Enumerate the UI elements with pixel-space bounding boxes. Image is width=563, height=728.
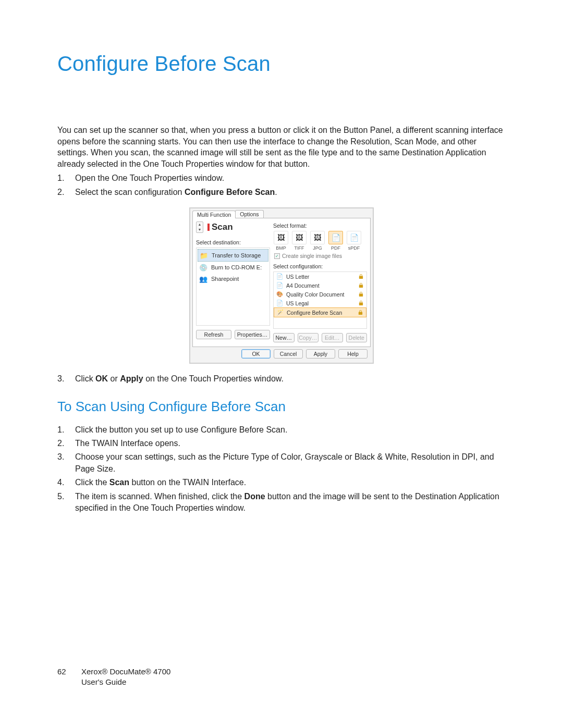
page-title: Configure Before Scan — [57, 52, 506, 76]
step-item: 5. The item is scanned. When finished, c… — [57, 491, 506, 514]
step-item: 1.Click the button you set up to use Con… — [57, 424, 506, 436]
image-icon: 🖼 — [292, 231, 307, 244]
page-icon: 📄 — [276, 273, 283, 280]
people-icon: 👥 — [199, 275, 208, 283]
lock-icon — [358, 282, 364, 289]
cfg-configure-before-scan[interactable]: 🪄Configure Before Scan — [274, 307, 366, 317]
lock-icon — [357, 309, 364, 316]
cfg-label: Configure Before Scan — [287, 310, 342, 316]
page-footer: 62 Xerox® DocuMate® 4700 User's Guide — [57, 667, 170, 688]
dest-burn-to-cd[interactable]: 💿 Burn to CD-ROM E: — [198, 262, 268, 273]
cfg-a4[interactable]: 📄A4 Document — [274, 281, 366, 290]
page-icon: 📄 — [276, 282, 283, 289]
pdf-icon: 📄 — [347, 231, 361, 244]
image-icon: 🖼 — [310, 231, 325, 244]
refresh-button[interactable]: Refresh — [196, 330, 231, 339]
figure-wrapper: Multi Function Options ▲ ▼ Scan — [57, 207, 506, 364]
destination-list[interactable]: 📁 Transfer to Storage 💿 Burn to CD-ROM E… — [196, 248, 270, 326]
dialog-button-row: OK Cancel Apply Help — [190, 349, 373, 363]
wand-icon: 🪄 — [276, 309, 284, 316]
step-text: The TWAIN Interface opens. — [75, 438, 180, 449]
format-bmp[interactable]: 🖼BMP — [273, 231, 289, 251]
cfg-us-legal[interactable]: 📄US Legal — [274, 299, 366, 307]
footer-text: Xerox® DocuMate® 4700 User's Guide — [81, 667, 170, 688]
label-select-configuration: Select configuration: — [273, 263, 367, 269]
chevron-down-icon[interactable]: ▼ — [197, 227, 203, 232]
dialog-pane: ▲ ▼ Scan Select destination: 📁 Transfer … — [192, 218, 371, 347]
folder-icon: 📁 — [199, 251, 209, 260]
lock-icon — [358, 291, 364, 298]
chevron-up-icon[interactable]: ▲ — [197, 222, 203, 227]
right-button-row: New… Copy… Edit… Delete — [273, 333, 367, 342]
image-icon: 🖼 — [274, 231, 288, 244]
configuration-list[interactable]: 📄US Letter 📄A4 Document 🎨Quality Color D… — [273, 272, 367, 329]
step-text: Select the scan configuration Configure … — [75, 187, 277, 198]
page-icon: 📄 — [276, 300, 283, 306]
step-text: Choose your scan settings, such as the P… — [75, 451, 506, 475]
disc-icon: 💿 — [199, 263, 208, 272]
lock-icon — [358, 300, 364, 306]
label-select-format: Select format: — [273, 223, 367, 229]
properties-button[interactable]: Properties… — [235, 330, 270, 339]
format-row: 🖼BMP 🖼TIFF 🖼JPG 📄PDF 📄sPDF — [273, 231, 367, 251]
step-item: 3. Click OK or Apply on the One Touch Pr… — [57, 373, 506, 385]
apply-button[interactable]: Apply — [306, 349, 335, 359]
edit-button[interactable]: Edit… — [322, 333, 343, 342]
left-button-row: Refresh Properties… — [196, 330, 270, 339]
intro-paragraph: You can set up the scanner so that, when… — [57, 125, 506, 169]
lock-icon — [358, 273, 364, 280]
cfg-quality-color[interactable]: 🎨Quality Color Document — [274, 290, 366, 299]
cfg-label: A4 Document — [286, 282, 320, 289]
scan-label: Scan — [207, 222, 233, 232]
format-jpg[interactable]: 🖼JPG — [310, 231, 325, 251]
tab-options[interactable]: Options — [235, 210, 263, 218]
dest-sharepoint[interactable]: 👥 Sharepoint — [198, 273, 268, 285]
page-number: 62 — [57, 667, 81, 688]
ok-button[interactable]: OK — [241, 349, 271, 359]
step-item: 3.Choose your scan settings, such as the… — [57, 451, 506, 475]
dialog-tabs: Multi Function Options — [190, 208, 373, 218]
new-button[interactable]: New… — [273, 333, 295, 342]
scan-header: ▲ ▼ Scan — [196, 221, 270, 233]
dest-transfer-to-storage[interactable]: 📁 Transfer to Storage — [198, 249, 268, 262]
scan-icon — [207, 224, 210, 231]
color-icon: 🎨 — [276, 291, 283, 298]
steps-list-b: 1.Click the button you set up to use Con… — [57, 424, 506, 514]
dest-label: Burn to CD-ROM E: — [211, 264, 262, 270]
format-tiff[interactable]: 🖼TIFF — [291, 231, 307, 251]
label-select-destination: Select destination: — [196, 239, 270, 245]
format-spdf[interactable]: 📄sPDF — [346, 231, 362, 251]
checkbox-icon: ✓ — [274, 253, 280, 259]
cfg-label: US Legal — [286, 300, 309, 306]
step-text: The item is scanned. When finished, clic… — [75, 491, 506, 514]
copy-button[interactable]: Copy… — [298, 333, 319, 342]
step-item: 1.Open the One Touch Properties window. — [57, 172, 506, 184]
steps-list-a: 1.Open the One Touch Properties window. … — [57, 172, 506, 198]
step-item: 2.The TWAIN Interface opens. — [57, 438, 506, 449]
format-pdf[interactable]: 📄PDF — [328, 231, 344, 251]
step-item: 4. Click the Scan button on the TWAIN In… — [57, 477, 506, 488]
cfg-label: US Letter — [286, 274, 309, 280]
step-text: Click the button you set up to use Confi… — [75, 424, 287, 436]
checkbox-label: Create single image files — [282, 253, 342, 259]
onetouch-dialog: Multi Function Options ▲ ▼ Scan — [189, 207, 374, 364]
help-button[interactable]: Help — [338, 349, 368, 359]
create-single-image-files-checkbox[interactable]: ✓ Create single image files — [274, 253, 367, 259]
document-page: Configure Before Scan You can set up the… — [0, 0, 563, 728]
step-text: Click OK or Apply on the One Touch Prope… — [75, 373, 284, 385]
step-item: 2. Select the scan configuration Configu… — [57, 187, 506, 198]
steps-list-a-cont: 3. Click OK or Apply on the One Touch Pr… — [57, 373, 506, 385]
cancel-button[interactable]: Cancel — [274, 349, 303, 359]
dest-label: Sharepoint — [211, 276, 239, 282]
step-text: Click the Scan button on the TWAIN Inter… — [75, 477, 246, 488]
tab-multi-function[interactable]: Multi Function — [192, 211, 236, 218]
section-heading: To Scan Using Configure Before Scan — [57, 399, 506, 415]
scan-spinner[interactable]: ▲ ▼ — [196, 221, 203, 233]
delete-button[interactable]: Delete — [346, 333, 368, 342]
dest-label: Transfer to Storage — [212, 252, 261, 258]
cfg-us-letter[interactable]: 📄US Letter — [274, 272, 366, 281]
pdf-icon: 📄 — [328, 231, 343, 244]
step-text: Open the One Touch Properties window. — [75, 172, 224, 184]
cfg-label: Quality Color Document — [286, 291, 344, 298]
